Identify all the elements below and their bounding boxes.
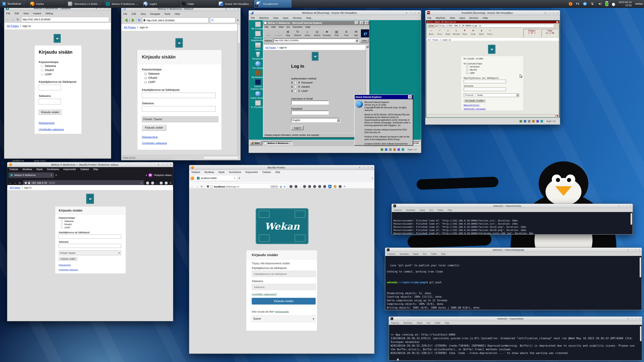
ie-toolbar-button[interactable]: AFont [342, 30, 351, 37]
menu-item[interactable]: Input [283, 16, 288, 19]
shade-button[interactable]: ∧ [544, 11, 546, 14]
menu-item[interactable]: Etsi [423, 253, 427, 255]
menu-item[interactable]: Näytä [36, 168, 42, 171]
extension-shield-icon[interactable] [290, 185, 292, 188]
clear-url-icon[interactable]: ✗ [436, 24, 438, 27]
ie-toolbar-button[interactable]: ▤Print [332, 30, 342, 37]
title-bar[interactable]: >_ wekan@z: ~/repos/w/php/page ∧─□× [385, 248, 642, 252]
back-icon[interactable]: ← [9, 181, 12, 185]
menu-item[interactable]: Näytä [420, 209, 425, 211]
menu-item[interactable]: Favorites [293, 26, 302, 28]
back-icon[interactable]: ← [6, 18, 9, 21]
file-button[interactable]: File [427, 24, 435, 27]
sync-account-icon[interactable] [160, 182, 163, 185]
hamburger-icon[interactable]: ≡ [170, 181, 172, 185]
password-input[interactable] [39, 99, 61, 104]
forward-icon[interactable]: → [12, 18, 14, 21]
menu-item[interactable]: File [251, 16, 255, 19]
close-button[interactable]: × [630, 205, 631, 207]
maximize-button[interactable]: □ [360, 21, 364, 25]
language-select[interactable]: Finnish / Suomi ▼ [464, 93, 519, 97]
forgot-password-link[interactable]: Unohtuiko salasana [59, 269, 78, 271]
dillo-toolbar-button[interactable]: →Forw [435, 29, 444, 35]
auth-method-radio[interactable]: OAuth2 [144, 76, 217, 79]
auth-method-radio[interactable]: OAuth2 [61, 223, 122, 226]
terminal-output[interactable]: (use "git push" to publish your local co… [385, 256, 642, 310]
search-box[interactable]: G [210, 17, 235, 23]
notifications-bell-icon[interactable] [612, 3, 615, 5]
close-button[interactable]: × [640, 318, 640, 320]
register-link[interactable]: Rekisteröinti [142, 136, 158, 139]
language-select[interactable]: English ▼ [291, 118, 340, 122]
network-traffic-icon[interactable]: ⇅ [590, 2, 594, 6]
close-button[interactable]: × [639, 249, 640, 251]
maximize-button[interactable]: □ [553, 11, 554, 14]
minimize-button[interactable]: ─ [363, 166, 364, 169]
menu-item[interactable]: Devices [470, 16, 478, 19]
title-bar[interactable]: DOS FreeDOS [Running] - Oracle VM Virtua… [425, 10, 560, 15]
menu-item[interactable]: Kirjanmerkit [245, 171, 258, 173]
auth-method-radio[interactable]: OAuth2 [466, 69, 521, 71]
menu-item[interactable]: Näytä [413, 253, 418, 255]
menu-item[interactable]: Tiedosto [191, 171, 200, 173]
username-input[interactable] [291, 100, 329, 105]
notes-icon[interactable] [334, 185, 336, 188]
menu-item[interactable]: Etsi [430, 209, 433, 211]
reload-icon[interactable]: ↻ [18, 181, 21, 185]
signin-button[interactable]: Kirjaudu sisään [252, 298, 316, 305]
minimize-button[interactable]: ─ [631, 249, 632, 251]
auth-method-radio[interactable]: Salasana [466, 65, 521, 68]
container-icon[interactable] [308, 185, 311, 188]
menu-item[interactable]: Ohje [445, 322, 449, 324]
menu-item[interactable]: Ohje [441, 253, 446, 255]
keyboard-layout-indicator[interactable]: FI [576, 2, 580, 5]
all-pages-link[interactable]: All Pages [7, 24, 19, 28]
close-button[interactable]: × [408, 95, 412, 99]
forgot-password-link[interactable]: Unohtuiko salasana [39, 128, 64, 131]
tab-list-chevron-icon[interactable]: ▾ [146, 174, 147, 176]
terminal-output[interactable]: ResourceLoader: Finished load of: "http:… [392, 212, 632, 234]
taskbar-item[interactable]: Pääte 5 [178, 0, 216, 8]
tab-list-chevron-icon[interactable]: ▾ [372, 177, 373, 179]
back-icon[interactable] [123, 18, 128, 22]
menu-item[interactable]: Debug [46, 12, 53, 15]
menu-item[interactable]: Ohje [275, 171, 280, 173]
auth-method-radio[interactable]: LDAP [41, 73, 77, 76]
menu-item[interactable]: Help [306, 26, 310, 28]
ie-toolbar-button[interactable]: ←Back [264, 30, 273, 37]
forgot-password-link[interactable]: Unohditko salasanasi? [252, 293, 277, 296]
search-icon[interactable] [555, 24, 558, 27]
taskbar-task[interactable]: WeKan ® Multiverse ... [262, 141, 292, 145]
shade-button[interactable]: ∧ [359, 166, 360, 169]
address-dropdown-icon[interactable]: ▼ [355, 39, 358, 42]
password-input[interactable] [291, 111, 329, 115]
scrollbar-thumb[interactable] [640, 257, 641, 277]
dillo-toolbar-button[interactable]: +Tools [486, 29, 494, 35]
menu-item[interactable]: Input [459, 16, 465, 19]
close-button[interactable]: × [418, 11, 420, 14]
auth-method-radio[interactable]: ÂÂLDAP [291, 89, 312, 92]
minimize-button[interactable]: ─ [622, 205, 624, 207]
menu-item[interactable]: Go [286, 26, 290, 28]
dillo-toolbar-button[interactable]: ▼Save [460, 29, 469, 35]
menu-item[interactable]: View [23, 12, 29, 15]
menu-item[interactable]: Muokkaa [406, 209, 415, 211]
menu-item[interactable]: File [123, 12, 127, 15]
clock[interactable]: 2023-05-10 22:53 [619, 1, 632, 7]
url-bar[interactable]: http://192.168.0.20:8000/ [142, 17, 208, 23]
minimize-button[interactable]: ─ [632, 318, 633, 320]
menu-item[interactable]: View [273, 16, 278, 19]
maximize-button[interactable]: □ [414, 11, 416, 14]
shade-button[interactable]: ∧ [158, 163, 159, 166]
menu-item[interactable]: Muokkaa [400, 253, 408, 255]
menu-item[interactable]: Näytä [416, 322, 422, 324]
menu-item[interactable]: Näytä [218, 171, 224, 173]
title-bar[interactable]: WeKan ® Multiverse — Mozilla Firefox Yks… [7, 162, 173, 167]
menu-item[interactable]: View [278, 26, 284, 28]
minimize-button[interactable]: ─ [549, 11, 550, 14]
auth-method-radio[interactable]: LDAP [144, 81, 217, 84]
menu-item[interactable]: Navigate [150, 12, 160, 15]
ie-toolbar-button[interactable]: ↻Refresh [293, 30, 302, 37]
maximize-button[interactable]: □ [636, 318, 637, 320]
ie-toolbar-button[interactable]: ✉Mail [351, 30, 361, 37]
